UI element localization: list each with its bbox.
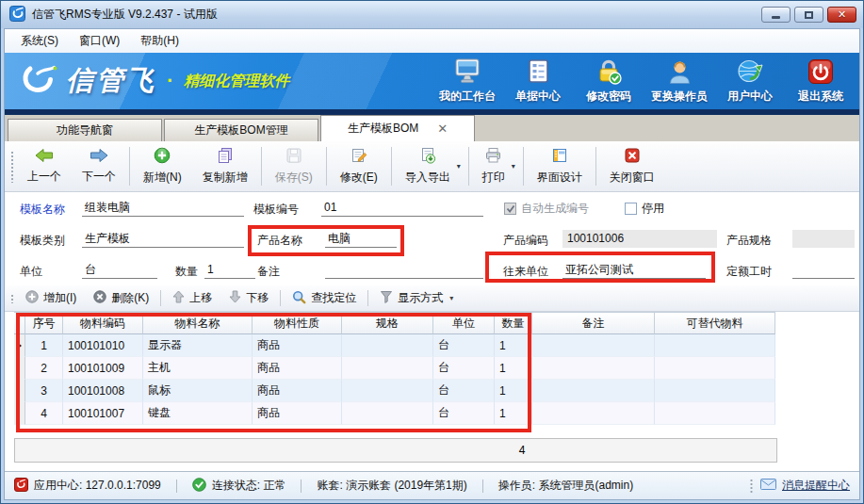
product-name-field[interactable]: 电脑 — [325, 230, 397, 248]
toolbar-separator — [129, 147, 130, 186]
menu-help[interactable]: 帮助(H) — [130, 29, 189, 53]
app-logo-icon — [9, 6, 25, 24]
column-header: 物料名称 — [143, 312, 253, 334]
row-indicator-cell — [14, 380, 25, 402]
add-circle-icon — [25, 290, 39, 306]
banner-action-label: 单据中心 — [515, 89, 561, 105]
save-button[interactable]: 保存(S) — [265, 143, 323, 189]
column-header: 单位 — [433, 312, 495, 334]
tab-bom-management[interactable]: 生产模板BOM管理 — [164, 119, 318, 141]
table-row[interactable]: 2 100101009 主机 商品 台 1 — [14, 357, 775, 380]
add-new-button[interactable]: 新增(N) — [133, 143, 192, 189]
edit-button[interactable]: 修改(E) — [330, 143, 388, 189]
import-export-button[interactable]: 导入导出 — [395, 143, 461, 189]
banner-action-label: 退出系统 — [798, 89, 843, 105]
import-export-icon — [419, 147, 436, 167]
connection-status: 连接状态: 正常 — [192, 478, 286, 495]
status-separator — [301, 480, 302, 493]
chevron-down-icon: ▾ — [449, 294, 453, 302]
move-down-button[interactable]: 下移 — [220, 287, 277, 309]
table-row[interactable]: 4 100101007 键盘 商品 台 1 — [14, 402, 775, 425]
close-window-icon — [624, 147, 641, 167]
chevron-down-icon[interactable]: ▾ — [512, 162, 520, 171]
grid-add-button[interactable]: 增加(I) — [17, 287, 85, 309]
quota-hours-label: 定额工时 — [726, 264, 772, 279]
menu-bar: 系统(S) 窗口(W) 帮助(H) — [5, 29, 859, 53]
message-center-group: 消息提醒中心 — [742, 478, 850, 494]
grid-toolbar-grip — [9, 293, 13, 303]
copy-pages-icon — [217, 147, 234, 167]
close-button[interactable]: ✕ — [827, 7, 856, 23]
tab-bom-active[interactable]: 生产模板BOM ✕ — [320, 115, 475, 141]
exit-system-button[interactable]: 退出系统 — [791, 58, 850, 105]
stop-flag-checkbox[interactable]: 停用 — [625, 201, 664, 217]
layout-design-icon — [551, 147, 568, 167]
tab-function-nav[interactable]: 功能导航窗 — [8, 119, 162, 141]
row-indicator-cell — [14, 402, 25, 425]
toolbar-separator — [595, 147, 596, 186]
print-button[interactable]: 打印 — [472, 143, 515, 189]
documents-icon — [526, 58, 551, 88]
template-no-label: 模板编号 — [253, 202, 299, 217]
quota-hours-field[interactable] — [792, 261, 855, 279]
tab-bar: 功能导航窗 生产模板BOM管理 生产模板BOM ✕ — [5, 115, 859, 141]
menu-window[interactable]: 窗口(W) — [69, 29, 130, 53]
menu-system[interactable]: 系统(S) — [10, 29, 69, 53]
next-button[interactable]: 下一个 — [72, 144, 126, 188]
filter-icon — [380, 290, 393, 306]
arrow-left-icon — [35, 148, 54, 166]
user-center-button[interactable]: 用户中心 — [721, 58, 779, 105]
template-type-field[interactable]: 生产模板 — [82, 230, 244, 248]
column-header: 序号 — [25, 312, 63, 334]
product-code-field: 100101006 — [562, 230, 717, 248]
status-dotted-separator — [750, 479, 753, 494]
find-locate-button[interactable]: 查找定位 — [284, 287, 365, 310]
brand-name: 信管飞 — [66, 62, 156, 100]
qty-field[interactable]: 1 — [204, 261, 255, 279]
move-up-button[interactable]: 上移 — [164, 287, 220, 309]
product-spec-field — [792, 230, 855, 248]
table-row[interactable]: 1 100101010 显示器 商品 台 1 — [14, 334, 775, 357]
partner-field[interactable]: 亚拓公司测试 — [562, 261, 706, 279]
document-center-button[interactable]: 单据中心 — [509, 58, 567, 105]
table-row[interactable]: 3 100101008 鼠标 商品 台 1 — [14, 380, 775, 402]
template-no-field[interactable]: 01 — [321, 199, 483, 217]
switch-operator-button[interactable]: 更换操作员 — [650, 58, 709, 105]
column-header: 物料性质 — [253, 312, 342, 334]
window-title: 信管飞RMS专业版 V9.2.437 - 试用版 — [32, 7, 218, 23]
previous-button[interactable]: 上一个 — [17, 144, 72, 188]
remark-field[interactable] — [325, 261, 483, 279]
workbench-monitor-icon — [453, 57, 481, 88]
template-type-label: 模板类别 — [20, 233, 65, 248]
workbench-button[interactable]: 我的工作台 — [438, 57, 497, 105]
message-center[interactable]: 消息提醒中心 — [760, 478, 850, 494]
template-name-field[interactable]: 组装电脑 — [82, 199, 244, 217]
copy-new-button[interactable]: 复制新增 — [192, 143, 258, 189]
grid-delete-button[interactable]: 删除(K) — [85, 287, 157, 309]
tab-close-icon[interactable]: ✕ — [437, 122, 448, 135]
current-row-marker-icon — [17, 342, 22, 350]
remark-label: 备注 — [257, 264, 280, 279]
change-password-button[interactable]: 修改密码 — [579, 58, 638, 105]
toolbar-separator — [367, 290, 368, 306]
unit-field[interactable]: 台 — [82, 261, 157, 279]
qty-label: 数量 — [175, 264, 198, 279]
maximize-button[interactable] — [794, 7, 823, 23]
ui-design-button[interactable]: 界面设计 — [527, 143, 593, 189]
close-window-button[interactable]: 关闭窗口 — [599, 143, 665, 189]
toolbar-separator — [326, 147, 327, 186]
operator-status: 操作员: 系统管理员(admin) — [498, 478, 633, 494]
unit-label: 单位 — [20, 264, 42, 279]
status-bar: 应用中心: 127.0.0.1:7099 连接状态: 正常 账套: 演示账套 (… — [5, 471, 859, 499]
toolbar-separator — [280, 290, 281, 306]
auto-number-checkbox[interactable]: 自动生成编号 — [504, 201, 589, 217]
row-indicator-cell — [14, 334, 25, 357]
main-toolbar: 上一个 下一个 新增(N) 复制新增 保存(S) — [5, 141, 859, 192]
minimize-button[interactable] — [761, 7, 791, 23]
brand-mark-icon — [20, 64, 57, 99]
app-center-status: 应用中心: 127.0.0.1:7099 — [14, 478, 161, 495]
column-header: 规格 — [342, 312, 433, 334]
display-mode-button[interactable]: 显示方式 ▾ — [371, 287, 462, 309]
template-name-label: 模板名称 — [20, 202, 65, 217]
chevron-down-icon[interactable]: ▾ — [457, 162, 465, 171]
